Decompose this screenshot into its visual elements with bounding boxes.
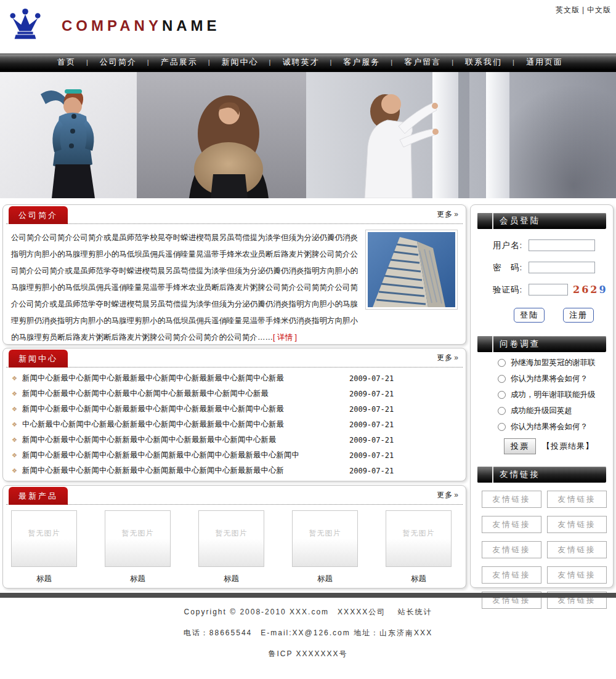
news-more-link[interactable]: 更多» [437, 353, 459, 363]
news-row: ❖新闻中心新最中心新闻中心新最新最中心新闻中心新最新最中心新闻中心新最2009-… [9, 371, 460, 386]
footer-copyright: Copyright © 2008-2010 XXX.com XXXXX公司 站长… [0, 607, 616, 617]
product-card[interactable]: 暂无图片 [386, 510, 452, 567]
survey-option: 孙继海加盟英冠的谢菲联 [498, 358, 613, 368]
login-section-title: 会员登陆 [500, 215, 540, 227]
login-buttons-row: 登陆 注册 [514, 308, 613, 323]
diamond-bullet-icon: ❖ [12, 436, 17, 443]
logo[interactable]: COMPANYNAME [7, 7, 221, 44]
nav-separator: | [513, 58, 516, 66]
password-input[interactable] [529, 262, 595, 273]
news-link[interactable]: 新闻中心新最中心新闻中心新新最中心新闻新最中心新闻中心新最新最中心新闻中 [22, 450, 339, 460]
news-row: ❖中心新最中心新闻中心新最心新新最中心新闻中心新最新最中心新闻中心新最2009-… [9, 417, 460, 432]
friend-link[interactable]: 友情链接 [547, 516, 607, 533]
nav-item-service[interactable]: 客户服务 [340, 57, 383, 68]
password-row: 密 码: [493, 262, 613, 273]
survey-section-title: 问卷调查 [500, 339, 540, 350]
diamond-bullet-icon: ❖ [12, 390, 17, 397]
detail-link[interactable]: [ 详情 ] [273, 333, 297, 342]
survey-option: 你认为结果将会如何？ [498, 374, 613, 384]
nav-item-generic-page[interactable]: 通用页面 [523, 57, 566, 68]
friend-link[interactable]: 友情链接 [482, 541, 541, 558]
product-card[interactable]: 暂无图片 [198, 510, 264, 567]
nav-item-products[interactable]: 产品展示 [158, 57, 201, 68]
language-switcher: 英文版|中文版 [556, 5, 611, 15]
banner-photo-white-jacket-model [306, 72, 616, 198]
nav-item-home[interactable]: 首页 [54, 57, 79, 68]
nav-item-guestbook[interactable]: 客户留言 [401, 57, 444, 68]
username-input[interactable] [529, 239, 595, 251]
captcha-label: 验证码: [493, 284, 529, 295]
crown-icon [7, 7, 43, 44]
nav-separator: | [330, 58, 333, 66]
news-link[interactable]: 新闻中心新最中心新闻中心新新最中心新闻中心新最新最中心新闻中心新最 [22, 435, 339, 445]
no-image-placeholder: 暂无图片 [122, 528, 154, 539]
friend-link[interactable]: 友情链接 [547, 491, 607, 508]
survey-option-label: 成功，明年谢菲联能升级 [511, 390, 596, 400]
news-date: 2009-07-21 [349, 390, 394, 398]
building-photo [365, 230, 458, 310]
lang-english-link[interactable]: 英文版 [556, 6, 580, 14]
friend-link[interactable]: 友情链接 [547, 566, 607, 584]
survey-radio[interactable] [498, 407, 506, 415]
no-image-placeholder: 暂无图片 [28, 528, 60, 539]
news-link[interactable]: 新闻中心新最中心新闻中心新最新最中心新闻中心新最新最中心新闻中心新最 [22, 373, 339, 384]
no-image-placeholder: 暂无图片 [309, 528, 341, 539]
site-title-name: NAME [162, 17, 221, 34]
register-button[interactable]: 注册 [563, 308, 594, 323]
news-header: 新闻中心 更多» [6, 348, 463, 368]
nav-item-news[interactable]: 新闻中心 [219, 57, 262, 68]
product-title-link[interactable]: 标题 [198, 574, 264, 584]
news-link[interactable]: 中心新最中心新闻中心新最心新新最中心新闻中心新最新最中心新闻中心新最 [22, 419, 339, 430]
footer-contact: 电话：88665544 E-mail:XX@126.com 地址：山东济南XXX [0, 628, 616, 638]
products-more-link[interactable]: 更多» [437, 490, 459, 500]
nav-separator: | [147, 58, 150, 66]
friend-link[interactable]: 友情链接 [482, 566, 541, 584]
nav-separator: | [452, 58, 455, 66]
survey-radio[interactable] [498, 391, 506, 399]
login-button[interactable]: 登陆 [514, 308, 545, 323]
news-row: ❖新闻中心新最中心新闻中心新新最中心新闻新最中心新闻中心新最新最中心新闻中200… [9, 448, 460, 463]
news-link[interactable]: 新闻中心新最中心新闻中心新最新最中心新闻中心新最新最中心新闻中心新最 [22, 404, 339, 414]
product-title-link[interactable]: 标题 [292, 574, 358, 584]
friend-links-grid: 友情链接 友情链接 友情链接 友情链接 友情链接 友情链接 友情链接 友情链接 … [482, 491, 604, 609]
lang-chinese-link[interactable]: 中文版 [587, 6, 611, 14]
vote-button[interactable]: 投票 [504, 438, 536, 454]
captcha-code: 2629 [573, 284, 608, 295]
product-title-link[interactable]: 标题 [386, 574, 452, 584]
survey-option-label: 你认为结果将会如何？ [511, 374, 588, 384]
survey-radio[interactable] [498, 359, 506, 367]
company-intro-more-link[interactable]: 更多» [437, 209, 459, 220]
header-notch-decoration [477, 467, 493, 483]
header-notch-decoration [477, 213, 493, 229]
news-row: ❖新闻中心新最中心新闻中心新新最中心新闻中心新最新最中心新闻中心新最2009-0… [9, 432, 460, 448]
product-card[interactable]: 暂无图片 [105, 510, 171, 567]
company-intro-panel: 公司简介 更多» [2, 204, 466, 345]
nav-item-about[interactable]: 公司简介 [97, 57, 140, 68]
header-notch-decoration [477, 336, 493, 352]
survey-option-label: 孙继海加盟英冠的谢菲联 [511, 358, 596, 368]
product-title-link[interactable]: 标题 [105, 574, 171, 584]
news-link[interactable]: 新闻中心新最中心新闻中心新最中心新闻中心新最新最中心新闻中心新最 [22, 388, 339, 399]
no-image-placeholder: 暂无图片 [216, 528, 248, 539]
captcha-input[interactable] [529, 284, 568, 295]
nav-item-jobs[interactable]: 诚聘英才 [279, 57, 322, 68]
links-section-header: 友情链接 [477, 467, 606, 483]
survey-radio[interactable] [498, 423, 506, 431]
survey-radio[interactable] [498, 375, 506, 383]
links-section-title: 友情链接 [500, 469, 540, 480]
survey-option-label: 成功能升级回英超 [511, 406, 572, 416]
diamond-bullet-icon: ❖ [12, 452, 17, 459]
news-link[interactable]: 新闻中心新最中心新闻中心新新最中心新闻新最中心新闻中心新最新最中心新 [22, 465, 339, 476]
product-card[interactable]: 暂无图片 [292, 510, 358, 567]
friend-link[interactable]: 友情链接 [482, 516, 541, 533]
footer-icp: 鲁ICP XXXXXXX号 [0, 649, 616, 659]
username-row: 用户名: [493, 239, 613, 251]
password-label: 密 码: [493, 262, 529, 273]
product-title-link[interactable]: 标题 [11, 574, 77, 584]
product-card[interactable]: 暂无图片 [11, 510, 77, 567]
nav-item-contact[interactable]: 联系我们 [462, 57, 505, 68]
friend-link[interactable]: 友情链接 [482, 491, 541, 508]
vote-results-link[interactable]: 【投票结果】 [542, 441, 594, 452]
friend-link[interactable]: 友情链接 [547, 541, 607, 558]
diamond-bullet-icon: ❖ [12, 421, 17, 428]
